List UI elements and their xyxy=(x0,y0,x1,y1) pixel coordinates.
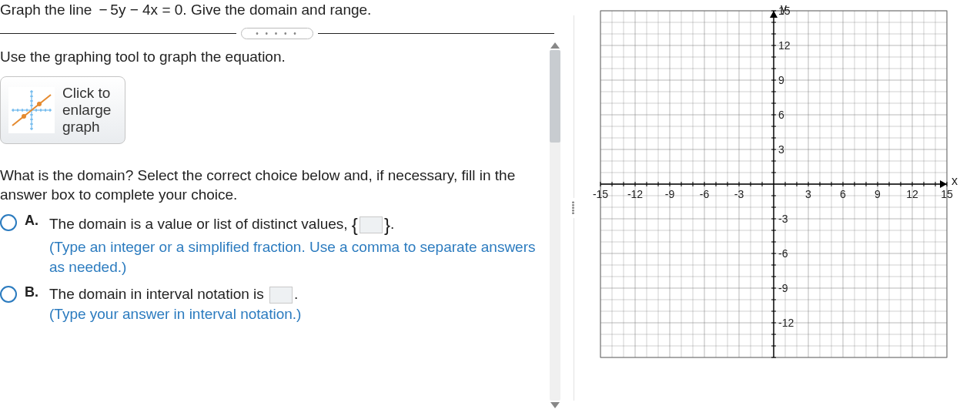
svg-text:9: 9 xyxy=(875,188,881,200)
svg-text:-9: -9 xyxy=(778,282,788,294)
choice-a-label: A. xyxy=(25,213,38,229)
y-axis-label: y xyxy=(781,2,787,15)
svg-text:9: 9 xyxy=(778,74,784,86)
instruction-text: Use the graphing tool to graph the equat… xyxy=(0,49,554,65)
choice-b-hint: (Type your answer in interval notation.) xyxy=(49,304,301,324)
question-text: Graph the line − 5y − 4x = 0. Give the d… xyxy=(0,0,554,22)
domain-question: What is the domain? Select the correct c… xyxy=(0,166,537,205)
svg-text:-3: -3 xyxy=(734,188,744,200)
enlarge-line-2: enlarge xyxy=(62,102,111,119)
svg-point-21 xyxy=(37,102,42,106)
graph-panel: -15-12-9-6-33691215-12-9-6-33691215 y x xyxy=(585,0,980,416)
radio-a[interactable] xyxy=(0,214,17,231)
choice-a-input[interactable] xyxy=(360,216,383,233)
radio-b[interactable] xyxy=(0,286,17,303)
svg-text:6: 6 xyxy=(840,188,846,200)
enlarge-line-3: graph xyxy=(62,119,111,136)
splitter-dots-icon: ••••• xyxy=(571,201,574,215)
svg-text:6: 6 xyxy=(778,109,784,121)
scroll-thumb[interactable] xyxy=(550,50,560,143)
left-brace-icon: { xyxy=(352,214,358,235)
right-brace-icon: } xyxy=(384,214,390,235)
choice-b-label: B. xyxy=(25,284,38,300)
svg-marker-87 xyxy=(940,180,947,188)
svg-text:-3: -3 xyxy=(778,213,788,225)
choice-a-hint: (Type an integer or a simplified fractio… xyxy=(49,237,554,277)
svg-text:12: 12 xyxy=(906,188,918,200)
scroll-track[interactable] xyxy=(550,50,560,401)
choice-b-text-before: The domain in interval notation is xyxy=(49,286,268,302)
svg-text:12: 12 xyxy=(778,39,791,52)
choice-b-body: The domain in interval notation is . (Ty… xyxy=(49,284,301,324)
splitter-line-bottom xyxy=(574,218,574,401)
splitter-handle[interactable]: ••••• xyxy=(570,198,577,218)
enlarge-button-label: Click to enlarge graph xyxy=(62,85,111,136)
scrollbar[interactable] xyxy=(548,42,562,408)
scroll-down-icon[interactable] xyxy=(550,402,560,408)
svg-text:-12: -12 xyxy=(778,317,794,329)
choice-a-body: The domain is a value or list of distinc… xyxy=(49,213,554,277)
question-panel: Graph the line − 5y − 4x = 0. Give the d… xyxy=(0,0,562,416)
svg-text:15: 15 xyxy=(941,188,953,200)
svg-text:-6: -6 xyxy=(778,247,788,260)
choice-b-input[interactable] xyxy=(269,287,293,304)
coordinate-graph[interactable]: -15-12-9-6-33691215-12-9-6-33691215 y x xyxy=(593,3,955,365)
svg-text:3: 3 xyxy=(805,188,811,200)
enlarge-line-1: Click to xyxy=(62,85,111,102)
choice-b[interactable]: B. The domain in interval notation is . … xyxy=(0,284,554,324)
panel-splitter[interactable]: ••••• xyxy=(562,0,585,416)
svg-text:3: 3 xyxy=(778,143,784,156)
splitter-line-top xyxy=(574,15,574,198)
divider-line-left xyxy=(0,33,236,34)
svg-text:-12: -12 xyxy=(627,188,643,200)
section-divider: • • • • • xyxy=(0,28,554,39)
svg-point-20 xyxy=(22,114,26,119)
enlarge-graph-button[interactable]: Click to enlarge graph xyxy=(0,76,125,144)
choice-b-text-after: . xyxy=(294,286,298,302)
svg-text:-6: -6 xyxy=(700,188,710,200)
graph-thumbnail-icon xyxy=(8,87,55,133)
choice-a-text-after: . xyxy=(390,216,394,232)
choice-a-text-before: The domain is a value or list of distinc… xyxy=(49,216,352,232)
x-axis-label: x xyxy=(952,174,958,188)
svg-text:-9: -9 xyxy=(665,188,675,200)
svg-text:-15: -15 xyxy=(593,188,608,200)
divider-line-right xyxy=(318,33,554,34)
scroll-up-icon[interactable] xyxy=(550,42,560,49)
choice-a[interactable]: A. The domain is a value or list of dist… xyxy=(0,213,554,277)
svg-marker-88 xyxy=(770,11,778,18)
collapse-handle[interactable]: • • • • • xyxy=(241,28,313,39)
